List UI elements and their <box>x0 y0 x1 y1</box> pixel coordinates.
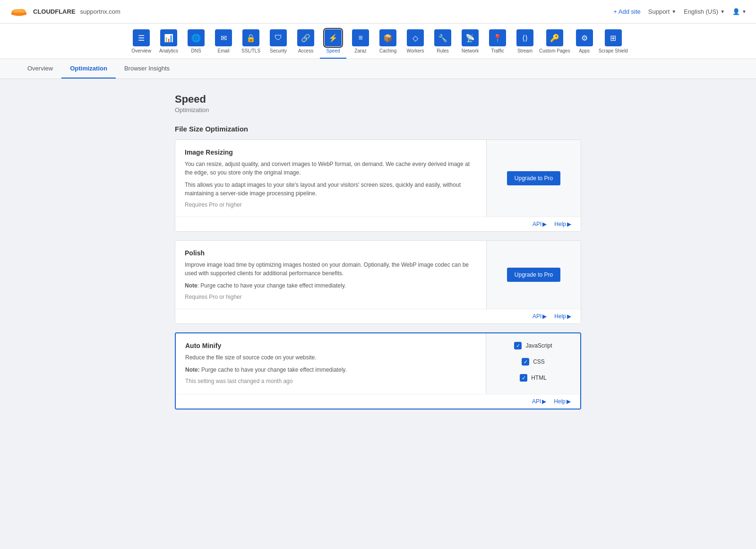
nav-icon-ssltls: 🔒 <box>242 29 259 46</box>
nav-icon-security: 🛡 <box>270 29 287 46</box>
card-requires2-polish: Requires Pro or higher <box>185 294 477 300</box>
checkbox-html[interactable]: ✓HTML <box>520 374 547 382</box>
nav-item-scrape-shield[interactable]: ⊞Scrape Shield <box>599 29 628 59</box>
api-link-auto-minify[interactable]: API ▶ <box>532 398 546 405</box>
nav-label-speed: Speed <box>326 48 340 54</box>
nav-label-overview: Overview <box>131 48 151 54</box>
nav-label-network: Network <box>462 48 479 54</box>
api-chevron-icon: ▶ <box>542 398 546 405</box>
nav-label-traffic: Traffic <box>491 48 504 54</box>
nav-item-dns[interactable]: 🌐DNS <box>183 29 209 59</box>
card-desc2-image-resizing: This allows you to adapt images to your … <box>185 181 477 198</box>
language-selector[interactable]: English (US) ▼ <box>684 8 725 15</box>
nav-item-ssltls[interactable]: 🔒SSL/TLS <box>238 29 264 59</box>
upgrade-button-image-resizing[interactable]: Upgrade to Pro <box>507 171 560 185</box>
nav-item-custom-pages[interactable]: 🔑Custom Pages <box>539 29 570 59</box>
user-icon: 👤 <box>732 8 740 15</box>
user-menu[interactable]: 👤 ▼ <box>732 8 747 15</box>
help-link-image-resizing[interactable]: Help ▶ <box>554 221 571 227</box>
nav-item-network[interactable]: 📡Network <box>457 29 483 59</box>
nav-label-analytics: Analytics <box>159 48 178 54</box>
nav-icon-rules: 🔧 <box>434 29 451 46</box>
api-link-image-resizing[interactable]: API ▶ <box>533 221 547 227</box>
nav-icon-custom-pages: 🔑 <box>546 29 563 46</box>
api-link-polish[interactable]: API ▶ <box>533 313 547 320</box>
card-auto-minify: Auto MinifyReduce the file size of sourc… <box>175 332 581 410</box>
nav-icon-traffic: 📍 <box>489 29 506 46</box>
nav-label-custom-pages: Custom Pages <box>539 48 570 54</box>
card-right-polish: Upgrade to Pro <box>486 241 581 309</box>
nav-icon-apps: ⚙ <box>576 29 593 46</box>
card-body-polish: PolishImprove image load time by optimiz… <box>175 241 581 309</box>
nav-icon-caching: 📦 <box>379 29 396 46</box>
help-chevron-icon: ▶ <box>567 313 571 320</box>
nav-item-zaraz[interactable]: ≡Zaraz <box>347 29 374 59</box>
help-link-auto-minify[interactable]: Help ▶ <box>554 398 571 405</box>
nav-label-scrape-shield: Scrape Shield <box>599 48 628 54</box>
nav-label-ssltls: SSL/TLS <box>241 48 260 54</box>
nav-item-security[interactable]: 🛡Security <box>265 29 292 59</box>
nav-icon-zaraz: ≡ <box>352 29 369 46</box>
user-chevron-icon: ▼ <box>742 9 747 14</box>
checkbox-javascript[interactable]: ✓JavaScript <box>514 342 552 349</box>
nav-bar: ☰Overview📊Analytics🌐DNS✉Email🔒SSL/TLS🛡Se… <box>0 24 756 59</box>
nav-item-workers[interactable]: ◇Workers <box>402 29 429 59</box>
nav-item-overview[interactable]: ☰Overview <box>128 29 155 59</box>
nav-item-stream[interactable]: ⟨⟩Stream <box>512 29 538 59</box>
nav-label-access: Access <box>298 48 313 54</box>
nav-item-traffic[interactable]: 📍Traffic <box>484 29 511 59</box>
upgrade-button-polish[interactable]: Upgrade to Pro <box>507 268 560 282</box>
nav-label-dns: DNS <box>191 48 201 54</box>
nav-label-rules: Rules <box>437 48 449 54</box>
nav-item-speed[interactable]: ⚡Speed <box>320 29 346 59</box>
card-title-polish: Polish <box>185 249 477 257</box>
card-footer-auto-minify: API ▶Help ▶ <box>176 394 580 409</box>
checkbox-icon-css: ✓ <box>522 358 529 366</box>
nav-item-caching[interactable]: 📦Caching <box>375 29 401 59</box>
api-chevron-icon: ▶ <box>542 221 547 227</box>
nav-item-access[interactable]: 🔗Access <box>292 29 319 59</box>
card-footer-image-resizing: API ▶Help ▶ <box>175 217 581 231</box>
help-chevron-icon: ▶ <box>567 221 571 227</box>
nav-label-stream: Stream <box>517 48 533 54</box>
card-polish: PolishImprove image load time by optimiz… <box>175 240 581 324</box>
svg-rect-4 <box>11 12 26 15</box>
nav-icon-stream: ⟨⟩ <box>516 29 533 46</box>
nav-item-rules[interactable]: 🔧Rules <box>430 29 456 59</box>
checkbox-label-css: CSS <box>533 358 545 365</box>
page-subtitle: Optimization <box>175 106 581 113</box>
section-title: File Size Optimization <box>175 125 581 133</box>
nav-label-caching: Caching <box>379 48 397 54</box>
nav-item-email[interactable]: ✉Email <box>210 29 237 59</box>
card-body-image-resizing: Image ResizingYou can resize, adjust qua… <box>175 140 581 217</box>
checkbox-css[interactable]: ✓CSS <box>522 358 545 366</box>
nav-icon-email: ✉ <box>215 29 232 46</box>
nav-item-analytics[interactable]: 📊Analytics <box>155 29 182 59</box>
checkbox-label-html: HTML <box>531 375 547 381</box>
nav-label-apps: Apps <box>579 48 590 54</box>
add-site-button[interactable]: + Add site <box>613 8 640 15</box>
cloudflare-logo <box>9 5 28 18</box>
checkbox-label-javascript: JavaScript <box>525 342 552 349</box>
card-left-polish: PolishImprove image load time by optimiz… <box>175 241 486 309</box>
sub-nav-overview[interactable]: Overview <box>19 59 61 78</box>
header-right: + Add site Support ▼ English (US) ▼ 👤 ▼ <box>613 8 747 15</box>
nav-icon-dns: 🌐 <box>188 29 205 46</box>
cards-container: Image ResizingYou can resize, adjust qua… <box>175 139 581 410</box>
page-title: Speed <box>175 93 581 105</box>
support-chevron-icon: ▼ <box>671 9 676 14</box>
nav-icon-scrape-shield: ⊞ <box>605 29 622 46</box>
card-title-image-resizing: Image Resizing <box>185 148 477 156</box>
nav-icon-analytics: 📊 <box>160 29 177 46</box>
sub-nav-browser-insights[interactable]: Browser Insights <box>116 59 178 78</box>
nav-icon-access: 🔗 <box>297 29 314 46</box>
card-left-auto-minify: Auto MinifyReduce the file size of sourc… <box>176 333 486 394</box>
help-link-polish[interactable]: Help ▶ <box>554 313 571 320</box>
nav-label-email: Email <box>218 48 230 54</box>
sub-nav-optimization[interactable]: Optimization <box>61 59 116 78</box>
support-link[interactable]: Support ▼ <box>648 8 676 15</box>
card-desc1-polish: Improve image load time by optimizing im… <box>185 261 477 278</box>
cloudflare-wordmark: CLOUDFLARE <box>33 8 76 15</box>
card-title-auto-minify: Auto Minify <box>185 342 476 349</box>
nav-item-apps[interactable]: ⚙Apps <box>571 29 598 59</box>
